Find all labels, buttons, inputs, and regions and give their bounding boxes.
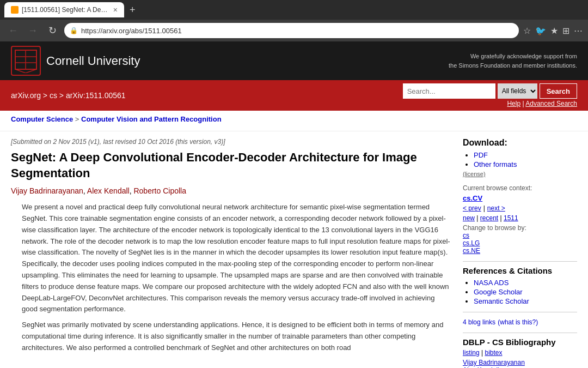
- support-text: We gratefully acknowledge support from t…: [449, 52, 577, 70]
- extension-icon-1[interactable]: 🐦: [535, 26, 546, 36]
- dblp-links: listing | bibtex: [463, 349, 577, 357]
- paper-title: SegNet: A Deep Convolutional Encoder-Dec…: [11, 150, 452, 181]
- tab-close-btn[interactable]: ×: [113, 5, 118, 14]
- recent-link[interactable]: recent: [480, 214, 498, 222]
- change-browse: Change to browse by: cs cs.LG cs.NE: [463, 224, 577, 255]
- pdf-link[interactable]: PDF: [474, 151, 488, 159]
- bookmark-star-icon[interactable]: ☆: [523, 26, 531, 36]
- cornell-logo: Cornell University: [11, 46, 140, 76]
- tab-favicon: [11, 6, 19, 14]
- content-area: [Submitted on 2 Nov 2015 (v1), last revi…: [11, 138, 452, 368]
- extension-icon-3[interactable]: ⊞: [562, 26, 569, 36]
- shield-svg: [14, 49, 38, 73]
- refs-links: NASA ADS Google Scholar Semantic Scholar: [463, 279, 577, 305]
- prev-link[interactable]: < prev: [463, 204, 481, 212]
- arxiv-header: Cornell University We gratefully acknowl…: [0, 41, 588, 80]
- authors: Vijay Badrinarayanan, Alex Kendall, Robe…: [11, 186, 452, 195]
- arxiv-nav: arXiv.org > cs > arXiv:1511.00561 All fi…: [0, 80, 588, 111]
- address-bar[interactable]: 🔒 https://arxiv.org/abs/1511.00561: [64, 23, 519, 38]
- dblp-author-vijay[interactable]: Vijay Badrinarayanan: [463, 359, 577, 366]
- browse-new: new | recent | 1511: [463, 214, 577, 222]
- dblp-authors: Vijay Badrinarayanan Alex Kendall Robert…: [463, 359, 577, 368]
- bibtex-link[interactable]: bibtex: [485, 349, 502, 357]
- search-button[interactable]: Search: [540, 83, 577, 99]
- subject-cs-link[interactable]: Computer Science: [11, 115, 73, 123]
- browse-section: Current browse context: cs.CV < prev | n…: [463, 184, 577, 255]
- blog-title: 4 blog links (what is this?): [463, 317, 577, 326]
- menu-icon[interactable]: ⋯: [574, 26, 583, 36]
- download-links: PDF Other formats: [463, 151, 577, 168]
- field-select[interactable]: All fields Title Author Abstract: [498, 83, 537, 99]
- tab-title: [1511.00561] SegNet: A Deep C...: [22, 6, 108, 14]
- forward-button[interactable]: →: [25, 23, 40, 38]
- subject-cv-link[interactable]: Computer Vision and Pattern Recognition: [81, 115, 222, 123]
- google-scholar-link[interactable]: Google Scholar: [474, 288, 523, 296]
- breadcrumb: arXiv.org > cs > arXiv:1511.00561: [11, 91, 126, 100]
- cornell-shield: [11, 46, 41, 76]
- author-alex[interactable]: Alex Kendall: [87, 186, 130, 195]
- number-link[interactable]: 1511: [504, 214, 518, 222]
- author-vijay[interactable]: Vijay Badrinarayanan: [11, 186, 83, 195]
- new-link[interactable]: new: [463, 214, 475, 222]
- sidebar: Download: PDF Other formats (license) Cu…: [463, 138, 577, 368]
- nasa-ads-link[interactable]: NASA ADS: [474, 279, 509, 287]
- cornell-name: Cornell University: [46, 54, 140, 68]
- back-button[interactable]: ←: [5, 23, 21, 38]
- download-section: Download: PDF Other formats (license): [463, 138, 577, 178]
- browse-context-label: Current browse context:: [463, 184, 577, 192]
- search-bar: All fields Title Author Abstract Search: [403, 83, 577, 99]
- svg-marker-4: [15, 69, 36, 73]
- subject-breadcrumb: Computer Science > Computer Vision and P…: [11, 115, 577, 123]
- author-roberto[interactable]: Roberto Cipolla: [133, 186, 186, 195]
- dblp-section: DBLP - CS Bibliography listing | bibtex …: [463, 333, 577, 368]
- lock-icon: 🔒: [70, 27, 78, 34]
- download-title: Download:: [463, 138, 577, 148]
- help-links: Help | Advanced Search: [507, 100, 577, 107]
- url-text: https://arxiv.org/abs/1511.00561: [81, 27, 513, 35]
- semantic-scholar-link[interactable]: Semantic Scholar: [474, 297, 529, 305]
- browse-cs-link[interactable]: cs: [463, 232, 577, 239]
- refs-section: References & Citations NASA ADS Google S…: [463, 261, 577, 305]
- listing-link[interactable]: listing: [463, 349, 480, 357]
- dblp-title: DBLP - CS Bibliography: [463, 337, 577, 347]
- extension-icon-2[interactable]: ★: [550, 26, 558, 36]
- browse-cs-lg-link[interactable]: cs.LG: [463, 239, 577, 247]
- browse-nav: < prev | next >: [463, 204, 577, 212]
- search-input[interactable]: [403, 83, 495, 99]
- abstract: We present a novel and practical deep fu…: [11, 202, 452, 353]
- browse-context-value: cs.CV: [463, 194, 577, 202]
- help-link[interactable]: Help: [507, 100, 520, 107]
- browse-cs-cv-link[interactable]: cs.CV: [463, 194, 482, 202]
- blog-section: 4 blog links (what is this?): [463, 312, 577, 326]
- refs-title: References & Citations: [463, 266, 577, 275]
- browse-cs-ne-link[interactable]: cs.NE: [463, 247, 577, 255]
- active-tab[interactable]: [1511.00561] SegNet: A Deep C... ×: [4, 2, 124, 17]
- new-tab-button[interactable]: +: [126, 4, 139, 16]
- next-link[interactable]: next >: [487, 204, 505, 212]
- submission-info: [Submitted on 2 Nov 2015 (v1), last revi…: [11, 138, 452, 146]
- other-formats-link[interactable]: Other formats: [474, 160, 517, 168]
- refresh-button[interactable]: ↻: [45, 23, 60, 38]
- advanced-search-link[interactable]: Advanced Search: [525, 100, 577, 107]
- license-link[interactable]: (license): [463, 171, 486, 177]
